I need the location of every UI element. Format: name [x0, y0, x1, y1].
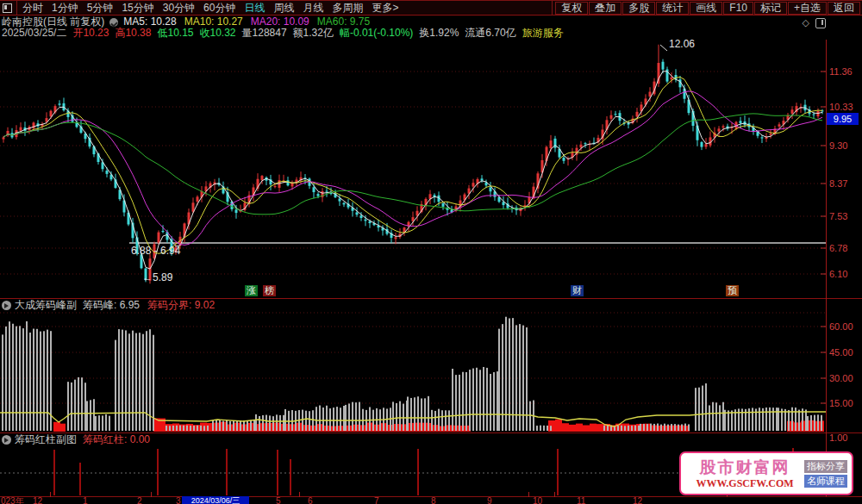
watermark-text: 股市财富网 WWW.GSCFW.COM — [685, 458, 804, 489]
watermark-badges: 指标分享 名师课程 — [804, 458, 847, 489]
time-axis-label: 023年 — [1, 497, 24, 504]
time-axis-tick — [554, 492, 555, 497]
time-axis-label: 10 — [533, 497, 542, 504]
candlestick-canvas[interactable] — [0, 40, 826, 298]
quote-field: 换1.92% — [419, 28, 459, 39]
chip-peak-panel[interactable] — [0, 312, 826, 432]
chart-watermark-tag: 预 — [726, 285, 739, 296]
chart-watermark-tag: 涨 — [245, 285, 258, 296]
quote-field: 幅-0.01(-0.10%) — [340, 28, 413, 39]
link-status-icon[interactable] — [109, 18, 118, 27]
menu-item-30分钟[interactable]: 30分钟 — [163, 1, 195, 16]
time-axis-tick — [151, 492, 152, 497]
time-axis-tick — [299, 492, 300, 497]
main-chart[interactable]: 6.88 - 6.94←5.8912.06涨榜财预 — [0, 40, 826, 298]
quote-field: 低10.15 — [157, 28, 193, 39]
time-axis-tick — [528, 492, 529, 497]
time-axis-tick — [50, 492, 51, 497]
axis-label: 6.78 — [829, 244, 847, 253]
layout-icon[interactable] — [815, 18, 826, 28]
axis-label: 45.00 — [829, 348, 853, 358]
menu-item-日线[interactable]: 日线 — [244, 1, 265, 16]
quote-field: 旅游服务 — [522, 28, 564, 39]
panel1-stat2: 筹码分界: 9.02 — [147, 299, 215, 312]
ma-label: MA10: 10.27 — [184, 16, 243, 28]
quote-bar: 2025/03/25/二开10.23高10.38低10.15收10.32量128… — [2, 28, 860, 39]
toolbar: 分时1分钟5分钟15分钟30分钟60分钟日线周线月线多周期更多> 复权叠加多股统… — [0, 1, 862, 16]
selected-date-badge[interactable]: 2024/03/06/三 — [182, 496, 249, 504]
menu-item-15分钟[interactable]: 15分钟 — [122, 1, 153, 16]
price-annotation: ←5.89 — [142, 272, 172, 283]
quote-field: 收10.32 — [200, 28, 236, 39]
watermark-url: WWW.GSCFW.COM — [685, 477, 804, 489]
price-axis-line — [826, 40, 827, 497]
axis-label: 11.36 — [829, 67, 853, 77]
axis-label: 8.37 — [829, 179, 847, 189]
toolbar-button-画线[interactable]: 画线 — [690, 2, 722, 15]
watermark-box: 股市财富网 WWW.GSCFW.COM 指标分享 名师课程 — [679, 451, 853, 495]
menu-item-60分钟[interactable]: 60分钟 — [203, 1, 235, 16]
action-menu: 复权叠加多股统计画线F10标记+自选返回 — [552, 1, 862, 15]
menu-item-分时[interactable]: 分时 — [22, 1, 43, 16]
price-annotation: 12.06 — [669, 39, 695, 49]
current-price-badge: 9.95 — [827, 113, 859, 125]
menu-item-周线[interactable]: 周线 — [273, 1, 294, 16]
ma-label: MA20: 10.09 — [251, 16, 309, 28]
menu-item-1分钟[interactable]: 1分钟 — [52, 1, 78, 16]
time-axis[interactable]: 023年12123567891011122024/03/06/三 — [0, 497, 862, 504]
toolbar-button-叠加[interactable]: 叠加 — [589, 2, 622, 15]
chip-peak-canvas[interactable] — [0, 312, 826, 432]
time-axis-label: 11 — [577, 497, 585, 504]
panel2-stat: 筹码红柱: 0.00 — [83, 433, 150, 446]
ma-label: MA60: 9.75 — [317, 16, 370, 28]
period-menu: 分时1分钟5分钟15分钟30分钟60分钟日线周线月线多周期更多> — [16, 1, 407, 15]
quote-field: 额1.32亿 — [293, 28, 334, 39]
chart-watermark-tag: 榜 — [263, 285, 276, 296]
watermark-site-name: 股市财富网 — [685, 458, 804, 477]
axis-label: 6.10 — [829, 270, 847, 279]
panel2-header: 筹码红柱副图 筹码红柱: 0.00 — [2, 433, 158, 446]
toolbar-button-返回[interactable]: 返回 — [828, 2, 860, 15]
panel1-header: 大成筹码峰副 筹码峰: 6.95 筹码分界: 9.02 — [2, 299, 222, 312]
menu-item-更多>[interactable]: 更多> — [372, 1, 398, 16]
window-icon[interactable] — [3, 3, 12, 13]
badge-indicator-share: 指标分享 — [804, 460, 847, 473]
toolbar-button-标记[interactable]: 标记 — [754, 2, 787, 15]
quote-field: 高10.38 — [115, 28, 151, 39]
panel1-title[interactable]: 大成筹码峰副 — [15, 299, 77, 312]
chart-watermark-tag: 财 — [571, 285, 584, 296]
panel2-title[interactable]: 筹码红柱副图 — [15, 433, 77, 446]
badge-teacher-course: 名师课程 — [804, 475, 847, 488]
menu-item-多周期[interactable]: 多周期 — [332, 1, 363, 16]
axis-label: 1.00 — [829, 433, 847, 443]
time-axis-label: 12 — [633, 497, 642, 504]
tdx-app: 分时1分钟5分钟15分钟30分钟60分钟日线周线月线多周期更多> 复权叠加多股统… — [0, 0, 862, 504]
toolbar-button-统计[interactable]: 统计 — [656, 2, 689, 15]
time-axis-label: 8 — [431, 497, 436, 504]
ma-label: MA5: 10.28 — [123, 16, 176, 28]
indicator-cycle-icon[interactable] — [2, 301, 11, 310]
time-axis-label: 3 — [176, 497, 181, 504]
indicator-cycle-icon[interactable] — [2, 435, 11, 445]
time-axis-label: 12 — [33, 497, 42, 504]
quote-field: 流通6.70亿 — [465, 28, 515, 39]
axis-label: 7.53 — [829, 212, 847, 221]
menu-item-月线[interactable]: 月线 — [303, 1, 323, 16]
menu-item-5分钟[interactable]: 5分钟 — [87, 1, 114, 16]
time-axis-label: 1 — [83, 497, 88, 504]
time-axis-label: 6 — [308, 497, 313, 504]
price-annotation: 6.88 - 6.94 — [131, 246, 180, 256]
axis-label: 60.00 — [829, 322, 853, 332]
axis-label: 9.30 — [829, 141, 847, 151]
toolbar-button-多股[interactable]: 多股 — [622, 2, 655, 15]
time-axis-label: 9 — [487, 497, 492, 504]
time-axis-label: 2 — [137, 497, 142, 504]
toolbar-button-+自选[interactable]: +自选 — [788, 2, 827, 15]
toolbar-button-F10[interactable]: F10 — [723, 2, 753, 15]
axis-label: 30.00 — [829, 374, 853, 383]
panel1-stat1: 筹码峰: 6.95 — [83, 299, 140, 312]
toolbar-button-复权[interactable]: 复权 — [555, 2, 588, 15]
axis-label: 15.00 — [829, 399, 853, 408]
time-axis-label: 7 — [374, 497, 379, 504]
quote-field: 开10.23 — [72, 28, 109, 39]
